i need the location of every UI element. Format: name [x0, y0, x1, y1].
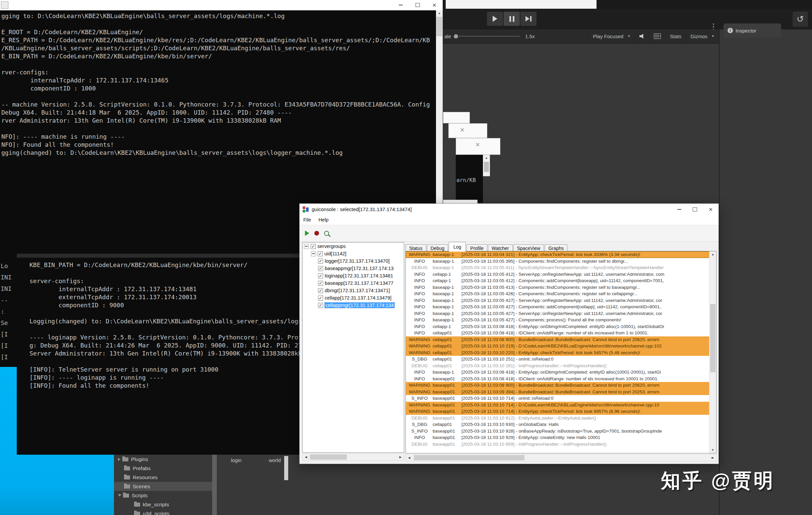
- log-row[interactable]: WARNINGbaseapp01[2025-03-18 11:03:08 900…: [406, 382, 709, 389]
- minimize-button[interactable]: [671, 204, 687, 215]
- stats-button[interactable]: Stats: [665, 29, 686, 43]
- assets-scrollbar[interactable]: [284, 456, 288, 480]
- log-row[interactable]: INFOcellapp-1[2025-03-18 11:03:05 412] -…: [406, 278, 709, 284]
- log-row[interactable]: INFOcellapp-1[2025-03-18 11:03:08 418] -…: [406, 323, 709, 330]
- vsync-button[interactable]: [649, 29, 665, 43]
- pause-button[interactable]: [504, 12, 520, 26]
- tree-item[interactable]: ✓baseappmgr[172.31.137.174:13: [302, 265, 404, 272]
- log-row[interactable]: INFObaseapp-1[2025-03-18 11:03:05 427] -…: [406, 297, 709, 304]
- log-row[interactable]: INFObaseapp-1[2025-03-18 11:03:05 395] -…: [406, 258, 709, 265]
- tree-item[interactable]: ✓servergroups: [302, 242, 404, 250]
- log-row[interactable]: S_DBGcellapp01[2025-03-18 11:03:10 930] …: [406, 421, 709, 428]
- cascade-scrollbar[interactable]: ▲: [483, 155, 490, 176]
- display-mode-dropdown[interactable]: Play Focused ▼: [588, 29, 635, 43]
- checkbox[interactable]: ✓: [311, 244, 316, 249]
- maximize-button[interactable]: [687, 204, 703, 215]
- log-row[interactable]: S_DBGcellapp01[2025-03-18 11:03:10 251] …: [406, 356, 709, 363]
- gizmos-dropdown[interactable]: Gizmos ▼: [686, 29, 719, 43]
- close-button[interactable]: ×: [703, 204, 719, 215]
- log-row[interactable]: WARNINGbaseapp01[2025-03-18 11:03:09 394…: [406, 389, 709, 395]
- scale-control[interactable]: ale 1.5x: [443, 29, 539, 43]
- checkbox[interactable]: ✓: [318, 281, 323, 286]
- checkbox[interactable]: ✓: [318, 251, 323, 256]
- more-options-icon[interactable]: [713, 24, 714, 30]
- log-row[interactable]: WARNINGcellapp01[2025-03-18 11:03:08 900…: [406, 336, 709, 343]
- mute-audio-button[interactable]: [635, 29, 649, 43]
- tree-horizontal-scrollbar[interactable]: ◀ ▶: [302, 453, 404, 461]
- scrollbar-thumb[interactable]: [310, 454, 347, 460]
- project-panel-scrollbar[interactable]: [212, 455, 217, 515]
- log-horizontal-scrollbar[interactable]: ◀ ▶: [406, 454, 717, 461]
- maximize-button[interactable]: [409, 0, 426, 10]
- tree-item[interactable]: ✓cellapp[172.31.137.174:13479]: [302, 294, 404, 302]
- project-folder-scenes[interactable]: Scenes: [114, 482, 212, 491]
- collapse-icon[interactable]: [311, 251, 316, 256]
- menu-item-file[interactable]: File: [299, 216, 315, 224]
- checkbox[interactable]: ✓: [318, 303, 323, 308]
- scrollbar-thumb[interactable]: [436, 17, 442, 36]
- scroll-down-icon[interactable]: ▼: [709, 447, 716, 453]
- caret-icon[interactable]: [118, 458, 120, 461]
- minimize-button[interactable]: [393, 0, 409, 10]
- run-icon[interactable]: [305, 231, 309, 236]
- tree-item[interactable]: ✓cellappmgr[172.31.137.174:134: [302, 302, 404, 309]
- close-icon[interactable]: ×: [460, 126, 464, 134]
- tab-inspector[interactable]: Inspector: [724, 24, 781, 37]
- log-row[interactable]: DEBUGbaseapp01[2025-03-18 11:03:10 912] …: [406, 415, 709, 422]
- scroll-left-icon[interactable]: ◀: [406, 454, 412, 461]
- search-icon[interactable]: [324, 231, 329, 236]
- log-row[interactable]: WARNINGbaseapp01[2025-03-18 11:03:10 714…: [406, 408, 709, 415]
- project-folder-scripts[interactable]: Scripts: [114, 491, 212, 500]
- checkbox[interactable]: ✓: [318, 295, 323, 301]
- scrollbar-thumb[interactable]: [484, 162, 489, 172]
- log-row[interactable]: S_INFObaseapp01[2025-03-18 11:03:10 714]…: [406, 395, 709, 402]
- checkbox[interactable]: ✓: [318, 288, 323, 293]
- project-folder-u3d_scripts[interactable]: u3d_scripts: [114, 509, 212, 515]
- step-button[interactable]: [520, 12, 536, 26]
- log-row[interactable]: INFObaseapp-1[2025-03-18 11:03:05 427] -…: [406, 317, 709, 323]
- asset-label-login[interactable]: login: [231, 457, 242, 463]
- caret-icon[interactable]: [118, 494, 121, 496]
- scroll-right-icon[interactable]: ▶: [397, 454, 404, 460]
- scroll-right-icon[interactable]: ▶: [709, 454, 716, 461]
- log-row[interactable]: INFObaseapp-1[2025-03-18 11:03:05 427] -…: [406, 304, 709, 310]
- log-row[interactable]: DEBUGcellapp01[2025-03-18 11:03:10 281] …: [406, 363, 709, 369]
- tab-log[interactable]: Log: [449, 242, 466, 252]
- log-row[interactable]: S_INFObaseapp01[2025-03-18 11:03:10 928]…: [406, 428, 709, 435]
- log-row[interactable]: DEBUGbaseapp-1[2025-03-18 11:03:05 411] …: [406, 264, 709, 271]
- scroll-up-icon[interactable]: ▲: [709, 251, 716, 257]
- close-button[interactable]: ×: [426, 0, 443, 10]
- menu-item-help[interactable]: Help: [315, 216, 332, 224]
- scale-slider-knob[interactable]: [454, 34, 458, 38]
- guiconsole-titlebar[interactable]: guiconsole : selected[172.31.137.174:134…: [299, 204, 719, 215]
- log-row[interactable]: WARNINGcellapp01[2025-03-18 11:03:10 219…: [406, 343, 709, 349]
- project-folder-kbe_scripts[interactable]: kbe_scripts: [114, 500, 212, 509]
- scrollbar-thumb[interactable]: [710, 304, 716, 373]
- play-button[interactable]: [487, 12, 503, 26]
- log-row[interactable]: INFObaseapp01[2025-03-18 11:03:08 418] -…: [406, 376, 709, 382]
- log-row[interactable]: INFOcellapp01[2025-03-18 11:03:08 418] -…: [406, 330, 709, 336]
- asset-label-world[interactable]: world: [269, 457, 281, 463]
- log-row[interactable]: INFObaseapp-1[2025-03-18 11:03:08 418] -…: [406, 369, 709, 376]
- checkbox[interactable]: ✓: [318, 274, 323, 279]
- tree-item[interactable]: ✓logger[172.31.137.174:13470]: [302, 257, 404, 265]
- scale-slider-track[interactable]: [459, 36, 520, 36]
- tree-item[interactable]: ✓uid[11142]: [302, 250, 404, 257]
- project-folder-plugins[interactable]: Plugins: [114, 455, 212, 464]
- scroll-left-icon[interactable]: ◀: [302, 454, 309, 460]
- log-row[interactable]: INFObaseapp-1[2025-03-18 11:03:05 413] -…: [406, 284, 709, 291]
- log-row[interactable]: INFOcellapp-1[2025-03-18 11:03:05 412] -…: [406, 271, 709, 278]
- tree-item[interactable]: ✓dbmgr[172.31.137.174:13471]: [302, 287, 404, 294]
- log-row[interactable]: WARNINGcellapp01[2025-03-18 11:03:10 220…: [406, 349, 709, 356]
- scrollbar-thumb[interactable]: [414, 455, 524, 460]
- log-row[interactable]: INFObaseapp-1[2025-03-18 11:03:05 426] -…: [406, 290, 709, 297]
- collapse-icon[interactable]: [304, 244, 309, 249]
- project-folder-resources[interactable]: Resources: [114, 473, 212, 482]
- terminal-titlebar[interactable]: ×: [0, 0, 443, 10]
- log-row[interactable]: DEBUGbaseapp01[2025-03-18 11:03:10 959] …: [406, 441, 709, 448]
- tree-item[interactable]: ✓loginapp[172.31.137.174:13481: [302, 272, 404, 280]
- log-row[interactable]: INFObaseapp01[2025-03-18 11:03:10 929] -…: [406, 434, 709, 441]
- project-folder-prefabs[interactable]: Prefabs: [114, 464, 212, 473]
- checkbox[interactable]: ✓: [318, 266, 323, 271]
- checkbox[interactable]: ✓: [318, 259, 323, 264]
